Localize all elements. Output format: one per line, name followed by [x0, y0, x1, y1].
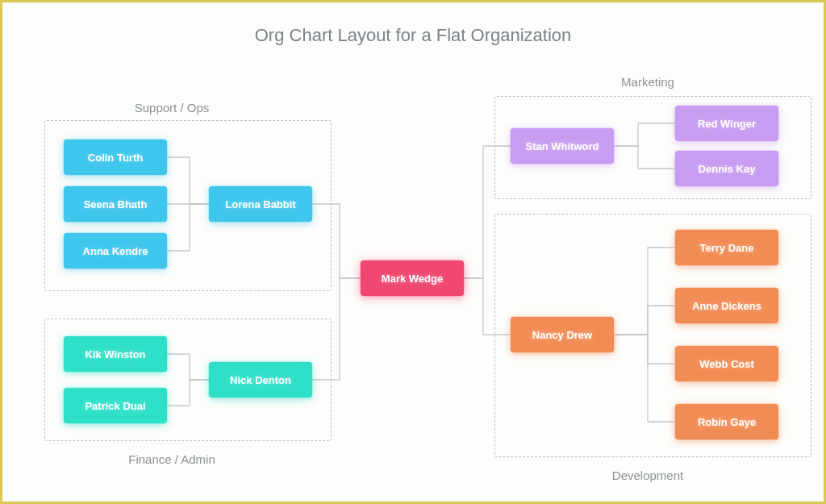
node-support-lead[interactable]: Lorena Babbit [209, 186, 312, 222]
node-marketing-member-1[interactable]: Dennis Kay [675, 151, 778, 186]
page-title: Org Chart Layout for a Flat Organization [2, 25, 824, 46]
dept-label-marketing: Marketing [583, 75, 712, 89]
node-marketing-member-0[interactable]: Red Winger [675, 106, 778, 141]
node-development-lead[interactable]: Nancy Drew [511, 317, 614, 352]
node-finance-member-1[interactable]: Patrick Duai [64, 388, 167, 423]
org-chart-canvas: Org Chart Layout for a Flat Organization… [2, 2, 824, 502]
node-support-member-1[interactable]: Seena Bhath [64, 186, 167, 222]
node-marketing-lead[interactable]: Stan Whitword [511, 128, 614, 164]
node-development-member-1[interactable]: Anne Dickens [675, 288, 778, 323]
dept-label-support-ops: Support / Ops [107, 101, 236, 115]
dept-label-finance-admin: Finance / Admin [107, 452, 236, 466]
node-development-member-2[interactable]: Webb Cost [675, 346, 778, 381]
node-finance-member-0[interactable]: Kik Winston [64, 336, 167, 372]
dept-label-development: Development [583, 469, 712, 482]
node-development-member-0[interactable]: Terry Dane [675, 230, 778, 265]
node-finance-lead[interactable]: Nick Denton [209, 362, 312, 398]
node-support-member-2[interactable]: Anna Kendre [64, 233, 167, 269]
node-support-member-0[interactable]: Colin Turth [64, 140, 167, 175]
node-center-mark-wedge[interactable]: Mark Wedge [361, 260, 464, 296]
node-development-member-3[interactable]: Robin Gaye [675, 404, 778, 439]
